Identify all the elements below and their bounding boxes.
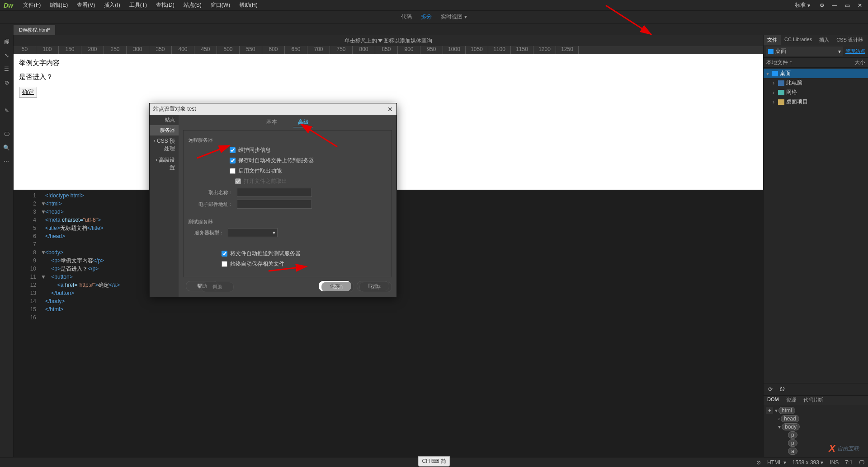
sync-icon[interactable]: 🗘 bbox=[778, 385, 786, 393]
sidebar-item-servers[interactable]: 服务器 bbox=[150, 125, 179, 135]
chk-auto-push-test[interactable] bbox=[222, 251, 227, 257]
menubar: Dw 文件(F) 编辑(E) 查看(V) 插入(I) 工具(T) 查找(D) 站… bbox=[0, 0, 868, 11]
desktop-icon bbox=[768, 49, 774, 54]
tab-insert[interactable]: 插入 bbox=[816, 35, 833, 45]
chevron-down-icon: ▾ bbox=[838, 48, 841, 55]
tab-css-designer[interactable]: CSS 设计器 bbox=[833, 35, 867, 45]
watermark: X自由互联 bbox=[829, 443, 859, 454]
status-dimensions[interactable]: 1558 x 393 ▾ bbox=[793, 459, 824, 466]
chk-maintain-sync[interactable] bbox=[230, 147, 236, 153]
ime-indicator[interactable]: CH ⌨ 简 bbox=[418, 456, 450, 467]
layout-selector[interactable]: 标准 ▾ bbox=[791, 0, 814, 10]
menu-edit[interactable]: 编辑(E) bbox=[45, 1, 72, 9]
tab-files[interactable]: 文件 bbox=[764, 35, 781, 45]
design-confirm-button[interactable]: 确定 bbox=[19, 87, 37, 98]
menu-file[interactable]: 文件(F) bbox=[19, 1, 45, 9]
chk-checkout-on-open bbox=[235, 178, 241, 184]
minimize-icon[interactable]: — bbox=[830, 1, 839, 10]
monitor-icon[interactable]: 🖵 bbox=[3, 130, 11, 138]
dialog-content: 基本 高级 远程服务器 维护同步信息 保存时自动将文件上传到服务器 启用文件取出… bbox=[179, 115, 396, 297]
view-split[interactable]: 拆分 bbox=[421, 13, 432, 21]
section-test-server: 测试服务器 bbox=[188, 219, 387, 225]
dom-node[interactable]: html bbox=[778, 407, 795, 414]
view-code[interactable]: 代码 bbox=[401, 13, 412, 21]
app-logo: Dw bbox=[4, 2, 13, 9]
col-size[interactable]: 大小 bbox=[854, 59, 865, 66]
tab-dom[interactable]: DOM bbox=[764, 396, 783, 405]
chk-autosave-related[interactable] bbox=[222, 261, 227, 267]
col-local-files[interactable]: 本地文件 ↑ bbox=[766, 59, 792, 66]
view-toolbar: 代码 拆分 实时视图▾ bbox=[0, 11, 868, 23]
tree-row[interactable]: ›桌面项目 bbox=[764, 97, 868, 107]
tree-row[interactable]: ▾桌面 bbox=[764, 69, 868, 78]
tab-advanced[interactable]: 高级 bbox=[293, 117, 313, 127]
label-checkout-name: 取出名称： bbox=[188, 189, 237, 196]
inspect-icon[interactable]: 🔍 bbox=[3, 144, 11, 152]
dialog-titlebar[interactable]: 站点设置对象 test ✕ bbox=[150, 103, 396, 115]
sidebar-item-site[interactable]: 站点 bbox=[150, 115, 179, 125]
menu-view[interactable]: 查看(V) bbox=[72, 1, 99, 9]
site-settings-dialog: 站点设置对象 test ✕ 站点 服务器 ›CSS 预处理 ›高级设置 基本 高… bbox=[149, 103, 397, 297]
expand-icon[interactable]: ⤡ bbox=[3, 51, 11, 60]
section-remote-server: 远程服务器 bbox=[188, 137, 387, 144]
right-panel: 文件 CC Libraries 插入 CSS 设计器 桌面▾ 管理站点 本地文件… bbox=[763, 35, 868, 457]
tree-row[interactable]: ›此电脑 bbox=[764, 78, 868, 88]
dom-node[interactable]: head bbox=[781, 415, 799, 422]
menu-find[interactable]: 查找(D) bbox=[151, 1, 179, 9]
behind-cancel-button: 取消 bbox=[321, 282, 354, 292]
wand-icon[interactable]: ✎ bbox=[3, 107, 11, 115]
behind-save-button: 保存 bbox=[359, 282, 392, 292]
tab-cclib[interactable]: CC Libraries bbox=[781, 35, 816, 45]
status-doc-type[interactable]: HTML ▾ bbox=[767, 459, 786, 466]
chevron-down-icon: ▾ bbox=[807, 2, 810, 9]
menu-tools[interactable]: 工具(T) bbox=[125, 1, 151, 9]
dom-node[interactable]: a bbox=[788, 448, 797, 455]
behind-help-button: 帮助 bbox=[201, 282, 234, 292]
tree-row[interactable]: ›网络 bbox=[764, 88, 868, 97]
view-live[interactable]: 实时视图▾ bbox=[441, 13, 467, 21]
file-tree: ▾桌面›此电脑›网络›桌面项目 bbox=[764, 68, 868, 107]
maximize-icon[interactable]: ▭ bbox=[843, 1, 852, 10]
ruler[interactable]: 5010015020025030035040045050055060065070… bbox=[14, 46, 763, 54]
tab-snippets[interactable]: 代码片断 bbox=[800, 396, 827, 405]
chk-enable-checkout[interactable] bbox=[230, 168, 236, 174]
input-email bbox=[237, 200, 312, 209]
menu-window[interactable]: 窗口(W) bbox=[206, 1, 235, 9]
dom-node[interactable]: body bbox=[782, 423, 800, 430]
chevron-down-icon: ▾ bbox=[464, 14, 467, 20]
sidebar-item-css-preproc[interactable]: ›CSS 预处理 bbox=[150, 135, 179, 154]
menu-help[interactable]: 帮助(H) bbox=[235, 1, 262, 9]
file-manage-icon[interactable]: 🗐 bbox=[3, 38, 11, 46]
status-errors-icon[interactable]: ⊘ bbox=[756, 459, 761, 466]
status-preview-icon[interactable]: 🖵 bbox=[859, 459, 864, 466]
site-selector[interactable]: 桌面▾ bbox=[766, 47, 843, 56]
dialog-sidebar: 站点 服务器 ›CSS 预处理 ›高级设置 bbox=[150, 115, 179, 297]
more-icon[interactable]: ⋯ bbox=[3, 157, 11, 165]
add-element-button[interactable]: + bbox=[766, 407, 773, 414]
disable-icon[interactable]: ⊘ bbox=[3, 79, 11, 87]
menu-site[interactable]: 站点(S) bbox=[179, 1, 206, 9]
dom-node[interactable]: p bbox=[788, 439, 797, 447]
sync-settings-icon[interactable]: ⚙ bbox=[817, 1, 826, 10]
statusbar: CH ⌨ 简 ⊘ HTML ▾ 1558 x 393 ▾ INS 7:1 🖵 bbox=[0, 457, 868, 467]
list-icon[interactable]: ☰ bbox=[3, 65, 11, 73]
sidebar-item-advanced[interactable]: ›高级设置 bbox=[150, 154, 179, 173]
chk-auto-upload[interactable] bbox=[230, 158, 236, 163]
files-panel-tabs: 文件 CC Libraries 插入 CSS 设计器 bbox=[764, 35, 868, 45]
menu-insert[interactable]: 插入(I) bbox=[99, 1, 124, 9]
document-tab[interactable]: DW教程.html* bbox=[14, 25, 55, 35]
dom-node[interactable]: p bbox=[788, 431, 797, 439]
label-server-model: 服务器模型： bbox=[188, 229, 228, 236]
triangle-down-icon bbox=[378, 39, 382, 42]
status-cursor-pos: 7:1 bbox=[845, 459, 853, 466]
close-icon[interactable]: ✕ bbox=[387, 106, 393, 113]
input-checkout-name bbox=[237, 188, 312, 197]
design-paragraph: 是否进入？ bbox=[19, 73, 758, 81]
manage-sites-link[interactable]: 管理站点 bbox=[845, 48, 865, 55]
tab-basic[interactable]: 基本 bbox=[262, 117, 282, 127]
tab-assets[interactable]: 资源 bbox=[783, 396, 800, 405]
close-icon[interactable]: ✕ bbox=[855, 1, 864, 10]
document-tab-bar: DW教程.html* bbox=[0, 23, 868, 35]
select-server-model[interactable]: ▾ bbox=[228, 228, 278, 237]
refresh-icon[interactable]: ⟳ bbox=[766, 385, 774, 393]
